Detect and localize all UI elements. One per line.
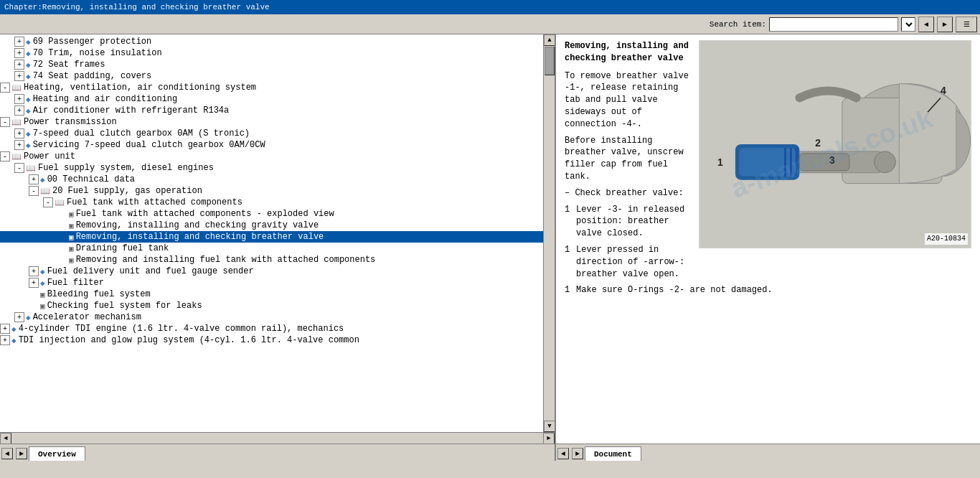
tree-item-25[interactable]: +◆Accelerator mechanism [0, 311, 543, 323]
search-next-button[interactable]: ► [937, 17, 953, 32]
tree-item-label: Air conditioner with refrigerant R134a [33, 106, 230, 116]
expand-icon[interactable]: + [0, 324, 10, 334]
tree-item-label: Fuel delivery unit and fuel gauge sender [47, 266, 254, 276]
tree-item-9[interactable]: +◆7-speed dual clutch gearbox 0AM (S tro… [0, 128, 543, 139]
book-icon: 📖 [11, 152, 22, 161]
left-nav-prev[interactable]: ◄ [1, 448, 13, 459]
tree-item-16[interactable]: ▣Fuel tank with attached components - ex… [0, 208, 543, 220]
tree-item-3[interactable]: +◆72 Seat frames [0, 59, 543, 70]
expand-icon[interactable]: + [14, 94, 24, 104]
tree-item-19[interactable]: ▣Draining fuel tank [0, 243, 543, 254]
svg-text:4: 4 [941, 85, 946, 96]
tree-item-5[interactable]: -📖Heating, ventilation, air conditioning… [0, 82, 543, 93]
expand-icon[interactable]: + [29, 278, 39, 288]
tree-item-20[interactable]: ▣Removing and installing fuel tank with … [0, 254, 543, 266]
expand-icon[interactable]: + [29, 266, 39, 276]
expand-icon[interactable]: - [0, 117, 10, 127]
menu-button[interactable]: ☰ [956, 17, 977, 32]
expand-icon[interactable]: - [29, 186, 39, 196]
left-nav-next[interactable]: ► [16, 448, 27, 459]
search-input[interactable] [769, 17, 898, 32]
page-icon: ▣ [69, 256, 74, 265]
diamond-icon: ◆ [11, 324, 17, 334]
expand-icon[interactable]: + [14, 106, 24, 116]
expand-icon[interactable]: - [0, 83, 10, 93]
tree-item-23[interactable]: ▣Bleeding fuel system [0, 289, 543, 300]
tree-item-label: Fuel tank with attached components [67, 197, 242, 207]
book-icon: 📖 [11, 118, 22, 127]
expand-icon[interactable]: + [29, 174, 39, 184]
scroll-down-button[interactable]: ▼ [544, 421, 555, 432]
scroll-track[interactable] [544, 46, 555, 421]
scroll-up-button[interactable]: ▲ [544, 34, 555, 46]
toolbar: Search item: ◄ ► ☰ [0, 14, 980, 34]
page-icon: ▣ [69, 233, 74, 242]
expand-icon[interactable]: + [14, 128, 24, 139]
expand-icon[interactable]: - [0, 151, 10, 161]
tree-item-11[interactable]: -📖Power unit [0, 151, 543, 162]
tab-document[interactable]: Document [585, 446, 641, 461]
scroll-left-button[interactable]: ◄ [0, 433, 11, 444]
tree-item-12[interactable]: -📖Fuel supply system, diesel engines [0, 162, 543, 174]
diamond-icon: ◆ [26, 60, 31, 70]
diamond-icon: ◆ [26, 72, 31, 81]
tree-item-label: 7-speed dual clutch gearbox 0AM (S troni… [33, 128, 250, 139]
tree-item-6[interactable]: +◆Heating and air conditioning [0, 93, 543, 105]
scroll-thumb[interactable] [545, 47, 555, 75]
tree-item-2[interactable]: +◆70 Trim, noise insulation [0, 47, 543, 59]
vertical-scrollbar[interactable]: ▲ ▼ [543, 34, 555, 432]
tree-item-10[interactable]: +◆Servicing 7-speed dual clutch gearbox … [0, 139, 543, 151]
expand-icon[interactable]: + [14, 312, 24, 322]
tree-item-22[interactable]: +◆Fuel filter [0, 277, 543, 289]
expand-icon[interactable]: + [0, 335, 10, 345]
search-prev-button[interactable]: ◄ [918, 17, 934, 32]
svg-text:1: 1 [717, 156, 723, 168]
page-icon: ▣ [69, 221, 74, 230]
tree-item-21[interactable]: +◆Fuel delivery unit and fuel gauge send… [0, 266, 543, 277]
tree-item-label: Power unit [24, 151, 75, 161]
expand-icon[interactable]: + [14, 140, 24, 150]
right-tabs: ◄ ► Document [556, 444, 980, 461]
page-icon: ▣ [69, 210, 74, 219]
tree-item-label: Heating, ventilation, air conditioning s… [24, 83, 256, 93]
doc-section-5: 1 Lever pressed in direction of -arrow-:… [565, 244, 692, 280]
tree-item-17[interactable]: ▣Removing, installing and checking gravi… [0, 220, 543, 231]
tree-item-13[interactable]: +◆00 Technical data [0, 174, 543, 185]
tree-item-26[interactable]: +◆4-cylinder TDI engine (1.6 ltr. 4-valv… [0, 323, 543, 334]
tree-item-label: TDI injection and glow plug system (4-cy… [19, 335, 359, 345]
tab-overview[interactable]: Overview [29, 446, 85, 461]
expand-icon[interactable]: + [14, 71, 24, 81]
tree-item-4[interactable]: +◆74 Seat padding, covers [0, 70, 543, 82]
tree-item-27[interactable]: +◆TDI injection and glow plug system (4-… [0, 334, 543, 346]
right-nav-next[interactable]: ► [572, 448, 583, 459]
expand-icon[interactable]: + [14, 37, 24, 47]
tree-item-8[interactable]: -📖Power transmission [0, 116, 543, 128]
tree-item-7[interactable]: +◆Air conditioner with refrigerant R134a [0, 105, 543, 116]
search-dropdown[interactable] [901, 17, 915, 32]
expand-icon[interactable]: + [14, 48, 24, 58]
expand-icon[interactable]: - [43, 197, 53, 207]
tree-item-label: Servicing 7-speed dual clutch gearbox 0A… [33, 140, 265, 150]
right-nav-prev[interactable]: ◄ [557, 448, 569, 459]
expand-icon[interactable]: + [14, 60, 24, 70]
tree-container[interactable]: +◆69 Passenger protection+◆70 Trim, nois… [0, 34, 543, 432]
section-num-3: 1 [565, 284, 573, 296]
main-layout: +◆69 Passenger protection+◆70 Trim, nois… [0, 34, 980, 461]
left-tabs: ◄ ► Overview [0, 444, 555, 461]
tree-item-18[interactable]: ▣Removing, installing and checking breat… [0, 231, 543, 243]
tree-item-14[interactable]: -📖20 Fuel supply, gas operation [0, 185, 543, 197]
tree-item-15[interactable]: -📖Fuel tank with attached components [0, 197, 543, 208]
tree-item-label: Draining fuel tank [76, 243, 169, 253]
title-text: Chapter:Removing, installing and checkin… [4, 3, 270, 11]
tree-item-label: 69 Passenger protection [33, 37, 152, 47]
book-icon: 📖 [55, 198, 65, 207]
tree-item-1[interactable]: +◆69 Passenger protection [0, 36, 543, 47]
left-panel: +◆69 Passenger protection+◆70 Trim, nois… [0, 34, 556, 461]
expand-icon[interactable]: - [14, 163, 24, 173]
diamond-icon: ◆ [40, 267, 45, 276]
page-icon: ▣ [40, 290, 45, 299]
tree-item-24[interactable]: ▣Checking fuel system for leaks [0, 300, 543, 311]
horizontal-scrollbar[interactable]: ◄ ► [0, 432, 555, 444]
diamond-icon: ◆ [26, 129, 31, 139]
scroll-right-button[interactable]: ► [543, 433, 555, 444]
